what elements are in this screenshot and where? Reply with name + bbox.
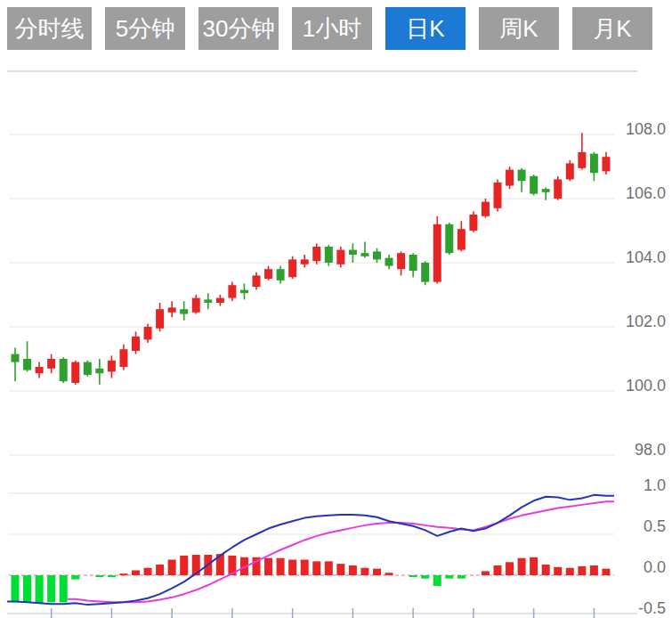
candle-body: [288, 259, 296, 277]
candle-body: [119, 349, 127, 367]
price-axis-label: 102.0: [626, 313, 666, 330]
candle-body: [373, 251, 381, 259]
macd-histogram-bar: [578, 566, 586, 575]
macd-histogram-bar: [566, 568, 574, 575]
candle-body: [433, 224, 441, 282]
candle-body: [168, 307, 176, 312]
candle-body: [312, 247, 320, 261]
macd-histogram-bar: [457, 575, 466, 579]
candle-body: [578, 152, 586, 168]
candle-body: [264, 269, 272, 279]
price-axis-label: 100.0: [626, 377, 666, 394]
macd-histogram-bar: [421, 575, 429, 579]
candle-body: [180, 309, 188, 313]
price-axis-label: 98.0: [635, 441, 666, 459]
candle-body: [71, 362, 79, 383]
tab-daily-k[interactable]: 日K: [385, 7, 466, 50]
candle-body: [590, 154, 598, 174]
candle-body: [132, 337, 140, 351]
candle-body: [216, 298, 224, 303]
macd-histogram-bar: [554, 567, 562, 575]
tab-weekly-k[interactable]: 周K: [479, 7, 559, 50]
macd-histogram-bar: [36, 575, 44, 603]
macd-histogram-bar: [277, 558, 285, 575]
macd-histogram-bar: [156, 565, 164, 575]
macd-histogram-bar: [95, 575, 103, 577]
candle-body: [47, 359, 55, 369]
macd-axis-label: 0.0: [644, 558, 666, 576]
tab-monthly-k[interactable]: 月K: [572, 7, 652, 50]
timeframe-tabbar: 分时线 5分钟 30分钟 1小时 日K 周K 月K: [7, 7, 652, 50]
macd-histogram-bar: [482, 571, 490, 575]
macd-histogram-bar: [325, 561, 333, 575]
macd-histogram-bar: [385, 573, 393, 575]
price-axis-label: 106.0: [626, 184, 666, 202]
candle-body: [204, 299, 212, 303]
macd-axis-label: 0.5: [644, 517, 666, 535]
candle-body: [192, 298, 200, 313]
macd-histogram-bar: [433, 575, 441, 586]
candle-body: [108, 361, 116, 372]
candle-body: [36, 367, 44, 373]
candle-body: [409, 255, 417, 271]
dea-line: [68, 501, 614, 602]
tab-30min[interactable]: 30分钟: [198, 7, 279, 50]
macd-axis-label: 1.0: [644, 476, 666, 494]
candle-body: [445, 224, 453, 253]
candle-body: [301, 259, 309, 264]
candle-body: [457, 229, 466, 249]
macd-histogram-bar: [301, 560, 309, 575]
candle-body: [253, 275, 261, 287]
macd-histogram-bar: [445, 575, 453, 579]
candle-body: [228, 285, 236, 297]
macd-histogram-bar: [349, 565, 357, 575]
macd-histogram-bar: [47, 575, 55, 602]
candle-body: [336, 250, 344, 264]
macd-histogram-bar: [409, 575, 417, 577]
candle-body: [156, 309, 164, 329]
macd-histogram-bar: [132, 570, 140, 575]
macd-histogram-bar: [360, 568, 368, 575]
kline-chart[interactable]: 108.0106.0104.0102.0100.098.01.00.50.0-0…: [0, 0, 672, 618]
macd-histogram-bar: [108, 575, 116, 577]
macd-histogram-bar: [336, 564, 344, 575]
candle-body: [349, 250, 357, 255]
price-axis-label: 104.0: [626, 248, 666, 266]
macd-histogram-bar: [518, 558, 526, 575]
macd-histogram-bar: [288, 560, 296, 575]
candle-body: [60, 359, 68, 381]
macd-histogram-bar: [71, 575, 79, 580]
dif-line: [7, 495, 614, 605]
candle-body: [421, 263, 429, 282]
candle-body: [506, 170, 514, 186]
candle-body: [482, 202, 490, 216]
macd-histogram-bar: [168, 560, 176, 575]
candle-body: [12, 354, 20, 362]
macd-histogram-bar: [12, 575, 20, 602]
macd-histogram-bar: [264, 558, 272, 575]
macd-histogram-bar: [494, 565, 502, 575]
macd-histogram-bar: [144, 568, 152, 575]
candle-body: [23, 359, 31, 370]
macd-histogram-bar: [602, 569, 610, 575]
macd-axis-label: -0.5: [638, 599, 666, 617]
candle-body: [95, 369, 103, 373]
candle-body: [602, 157, 610, 171]
macd-histogram-bar: [530, 557, 538, 575]
candle-body: [397, 253, 405, 269]
tab-1hour[interactable]: 1小时: [292, 7, 372, 50]
tab-minute-line[interactable]: 分时线: [7, 7, 92, 50]
candle-body: [469, 215, 477, 231]
price-axis-label: 108.0: [626, 120, 666, 138]
macd-histogram-bar: [590, 565, 598, 575]
macd-histogram-bar: [542, 565, 550, 575]
candle-body: [84, 362, 92, 375]
macd-histogram-bar: [23, 575, 31, 602]
candle-body: [566, 163, 574, 179]
tab-5min[interactable]: 5分钟: [105, 7, 185, 50]
macd-histogram-bar: [180, 556, 188, 575]
candle-body: [542, 189, 550, 192]
candle-body: [554, 179, 562, 199]
macd-histogram-bar: [506, 562, 514, 575]
candle-body: [240, 290, 248, 294]
